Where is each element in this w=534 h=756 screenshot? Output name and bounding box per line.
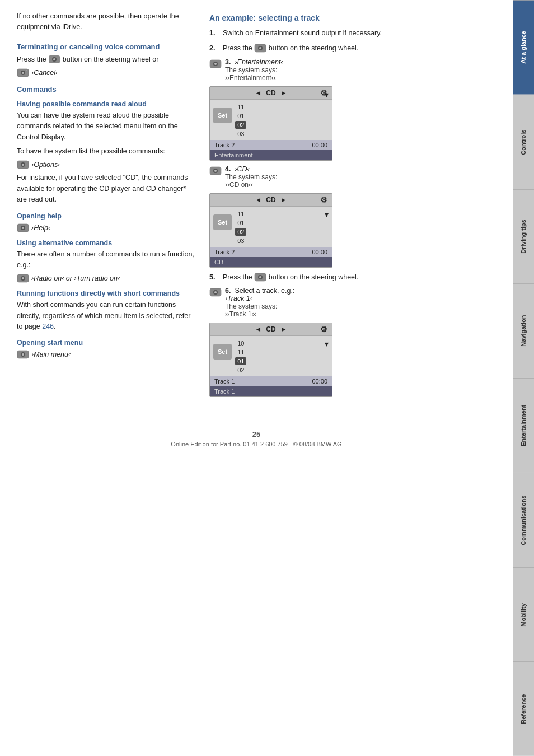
page-number: 25	[17, 430, 496, 438]
sidebar-tab-driving-tips[interactable]: Driving tips	[513, 189, 534, 284]
cancel-command-row: › ›Cancel‹	[17, 68, 196, 77]
step-6: 6. Select a track, e.g.: ›Track 1‹ The s…	[209, 287, 496, 318]
cd-display-2-header: ◄ CD ► ⚙	[210, 194, 332, 207]
sidebar-tab-navigation[interactable]: Navigation	[513, 283, 534, 378]
cd-footer-track-label: Track 2	[214, 142, 235, 148]
svg-point-24	[214, 63, 217, 65]
cd-track-02-selected[interactable]: 02	[235, 121, 246, 129]
sidebar-tab-controls[interactable]: Controls	[513, 95, 534, 189]
sidebar-tab-reference[interactable]: Reference	[513, 661, 534, 756]
cd-display-2-footer: Track 2 00:00	[210, 247, 332, 257]
cd3-track-01-selected[interactable]: 01	[235, 357, 246, 365]
cd-track-03: 03	[235, 130, 246, 138]
running-page-link[interactable]: 246	[42, 323, 54, 330]
cd-display-3-body: Set 10 11 01 02 ▾	[210, 336, 332, 376]
running-body: With short commands you can run certain …	[17, 300, 196, 332]
step6-cmd: ›Track 1‹	[225, 295, 294, 302]
sidebar-tab-mobility[interactable]: Mobility	[513, 567, 534, 662]
options-command-row: ›Options‹	[17, 160, 196, 169]
cd2-track-list: 11 01 02 03	[235, 209, 246, 245]
running-heading: Running functions directly with short co…	[17, 290, 196, 297]
svg-point-21	[259, 47, 261, 49]
voice-icon-options	[17, 160, 29, 169]
step-4: 4. ›CD‹ The system says: ››CD on‹‹	[209, 165, 496, 189]
voice-icon-step3	[209, 58, 222, 68]
cd-display-2-body: Set 11 01 02 03 ▾	[210, 207, 332, 247]
having-commands-heading: Having possible commands read aloud	[17, 100, 196, 108]
cd-display-1: ◄ CD ► ⚙ Set 11 01 02 03 ▾ Track 2 00:00…	[209, 86, 332, 161]
cd3-track-10: 10	[235, 339, 246, 347]
svg-point-33	[214, 291, 217, 293]
step-1: 1. Switch on Entertainment sound output …	[209, 28, 496, 39]
cd-display-3-subfooter: Track 1	[210, 386, 332, 396]
options-desc: For instance, if you have selected "CD",…	[17, 172, 196, 205]
step3-cmd: ›Entertainment‹	[235, 58, 283, 66]
cd2-track-11: 11	[235, 210, 246, 218]
cd3-right-arrow: ►	[280, 325, 287, 333]
cd-down-arrow-icon: ▾	[325, 90, 329, 99]
cd2-set-button[interactable]: Set	[213, 214, 232, 230]
cd3-set-button[interactable]: Set	[213, 344, 232, 360]
step6-says-label: The system says:	[225, 302, 294, 310]
svg-point-9	[22, 164, 24, 166]
cd-display-1-footer: Track 2 00:00	[210, 140, 332, 150]
cd3-footer-track-label: Track 1	[214, 378, 235, 385]
svg-point-27	[214, 170, 217, 172]
intro-text: If no other commands are possible, then …	[17, 11, 196, 32]
options-command-text: ›Options‹	[31, 161, 60, 169]
cd-set-button[interactable]: Set	[213, 108, 232, 123]
cd-right-arrow: ►	[280, 89, 287, 97]
voice-icon-cancel: ›	[17, 68, 29, 77]
cd2-footer-track-label: Track 2	[214, 249, 235, 255]
sidebar: At a glance Controls Driving tips Naviga…	[513, 0, 534, 756]
commands-heading: Commands	[17, 85, 196, 94]
cd3-track-11: 11	[235, 348, 246, 356]
main-menu-command-row: ›Main menu‹	[17, 350, 196, 359]
voice-icon-radio	[17, 274, 29, 283]
terminating-body: Press the button on the steering wheel o…	[17, 54, 196, 65]
svg-point-30	[259, 276, 261, 278]
cd-display-1-subfooter: Entertainment	[210, 150, 332, 160]
cd-track-11: 11	[235, 103, 246, 111]
sidebar-tab-communications[interactable]: Communications	[513, 473, 534, 567]
main-content: If no other commands are possible, then …	[0, 0, 513, 418]
opening-start-heading: Opening start menu	[17, 339, 196, 347]
cd3-settings-icon: ⚙	[320, 325, 327, 334]
cd2-left-arrow: ◄	[255, 196, 261, 204]
step3-says-value: ››Entertainment‹‹	[225, 74, 283, 82]
voice-button-icon	[48, 55, 62, 63]
cd2-track-02-selected[interactable]: 02	[235, 228, 246, 236]
step4-cmd: ›CD‹	[235, 165, 249, 173]
cd2-settings-icon: ⚙	[320, 195, 327, 204]
help-command-row: ›Help‹	[17, 223, 196, 232]
cd-display-1-body: Set 11 01 02 03 ▾	[210, 100, 332, 140]
main-menu-command-text: ›Main menu‹	[31, 351, 71, 358]
cd-display-1-header: ◄ CD ► ⚙	[210, 87, 332, 100]
cancel-command-text: ›Cancel‹	[31, 69, 58, 77]
step4-says-label: The system says:	[225, 173, 277, 181]
cd-display-3: ◄ CD ► ⚙ Set 10 11 01 02 ▾ Track 1 00:00…	[209, 323, 332, 397]
cd-display-2-subfooter: CD	[210, 257, 332, 267]
cd2-footer-time: 00:00	[312, 249, 327, 255]
radio-command-text: ›Radio on‹ or ›Turn radio on‹	[31, 274, 120, 282]
cd-display-3-header: ◄ CD ► ⚙	[210, 323, 332, 336]
right-column: An example: selecting a track 1. Switch …	[209, 11, 496, 402]
sidebar-tab-entertainment[interactable]: Entertainment	[513, 378, 534, 473]
svg-point-18	[22, 353, 24, 356]
step6-says-value: ››Track 1‹‹	[225, 310, 294, 318]
terminating-heading: Terminating or canceling voice command	[17, 43, 196, 51]
cd3-down-arrow-icon: ▾	[325, 339, 329, 348]
opening-help-heading: Opening help	[17, 212, 196, 220]
step3-says-label: The system says:	[225, 66, 283, 74]
svg-point-2	[53, 58, 55, 60]
help-command-text: ›Help‹	[31, 224, 50, 232]
having-body1: You can have the system read aloud the p…	[17, 110, 196, 143]
cd2-down-arrow-icon: ▾	[325, 210, 329, 219]
sidebar-tab-at-a-glance[interactable]: At a glance	[513, 0, 534, 95]
step-3: 3. ›Entertainment‹ The system says: ››En…	[209, 58, 496, 82]
cd3-left-arrow: ◄	[255, 325, 261, 333]
cd2-track-01: 01	[235, 219, 246, 227]
cd-display-3-footer: Track 1 00:00	[210, 376, 332, 386]
left-column: If no other commands are possible, then …	[17, 11, 196, 402]
cd3-track-02: 02	[235, 366, 246, 374]
